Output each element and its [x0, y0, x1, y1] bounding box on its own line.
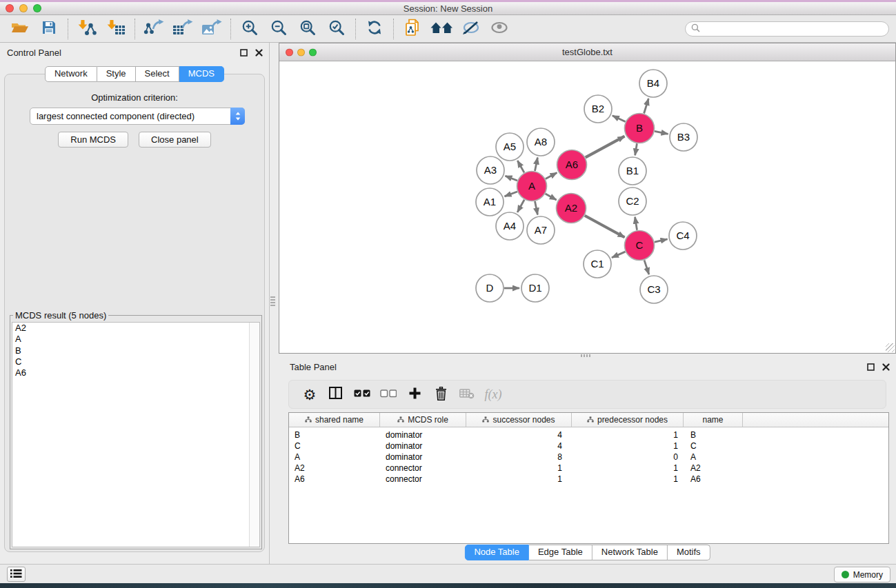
close-view-button[interactable] — [286, 48, 293, 56]
select-all-columns-button[interactable] — [353, 384, 371, 405]
close-window-button[interactable] — [6, 4, 14, 12]
deselect-all-columns-button[interactable] — [379, 384, 397, 405]
criterion-dropdown[interactable]: largest connected component (directed) — [30, 108, 245, 125]
edge-A-A3[interactable] — [505, 176, 517, 181]
edge-A6-B[interactable] — [586, 136, 625, 158]
network-canvas[interactable]: B4B2BB3A5A8A6B1A3AC2A1A2A4A7C4CC1DD1C3 — [279, 61, 895, 353]
tab-mcds[interactable]: MCDS — [179, 66, 224, 82]
column-header-shared-name[interactable]: shared name — [289, 413, 380, 427]
zoom-in-button[interactable] — [235, 17, 264, 41]
column-label: successor nodes — [492, 415, 555, 425]
search-field[interactable] — [685, 21, 889, 37]
import-network-button[interactable] — [72, 17, 101, 41]
edge-A-A8[interactable] — [535, 158, 537, 171]
edge-B-B1[interactable] — [635, 143, 637, 155]
close-panel-button[interactable] — [881, 362, 890, 372]
tab-edge-table[interactable]: Edge Table — [529, 545, 593, 560]
table-cell: dominator — [380, 440, 466, 452]
column-header-predecessor-nodes[interactable]: predecessor nodes — [572, 413, 684, 427]
mcds-result-item[interactable]: B — [12, 345, 259, 356]
home-layout-button[interactable] — [427, 17, 456, 41]
plus-icon — [408, 387, 421, 402]
table-cell: A — [684, 452, 743, 463]
zoom-window-button[interactable] — [33, 4, 41, 12]
mcds-result-item[interactable]: C — [12, 356, 259, 367]
tab-style[interactable]: Style — [97, 66, 136, 82]
mcds-result-item[interactable]: A — [12, 334, 259, 345]
titlebar[interactable]: Session: New Session — [0, 2, 896, 15]
node-label-D: D — [486, 282, 494, 294]
add-column-button[interactable] — [406, 384, 424, 405]
mcds-result-item[interactable]: A6 — [12, 367, 259, 378]
edge-C-C1[interactable] — [612, 252, 625, 258]
edge-A-A6[interactable] — [546, 173, 557, 179]
memory-button[interactable]: Memory — [834, 567, 890, 582]
scrollbar-track[interactable] — [249, 323, 259, 547]
tab-select[interactable]: Select — [136, 66, 179, 82]
gear-button[interactable]: ⚙ — [301, 384, 319, 405]
table-row[interactable]: A2connector11A2 — [289, 463, 888, 474]
tab-network-table[interactable]: Network Table — [593, 545, 668, 560]
tab-network[interactable]: Network — [45, 66, 97, 82]
column-view-button[interactable] — [327, 384, 345, 405]
column-header-name[interactable]: name — [684, 413, 743, 427]
edge-B-B4[interactable] — [644, 99, 649, 114]
status-bar: Memory — [0, 564, 896, 583]
edge-A-A4[interactable] — [517, 200, 524, 212]
zoom-selected-button[interactable] — [322, 17, 351, 41]
save-session-button[interactable] — [34, 17, 63, 41]
function-builder-button[interactable]: f(x) — [484, 384, 502, 405]
import-table-button[interactable] — [101, 17, 130, 41]
tab-motifs[interactable]: Motifs — [668, 545, 710, 560]
tab-node-table[interactable]: Node Table — [464, 545, 529, 560]
network-graph[interactable]: B4B2BB3A5A8A6B1A3AC2A1A2A4A7C4CC1DD1C3 — [279, 61, 895, 353]
zoom-fit-button[interactable] — [293, 17, 322, 41]
column-header-successor-nodes[interactable]: successor nodes — [466, 413, 572, 427]
column-header-mcds-role[interactable]: MCDS role — [380, 413, 466, 427]
edge-A2-C[interactable] — [585, 216, 625, 237]
home-icon — [430, 21, 453, 37]
open-session-button[interactable] — [6, 17, 34, 41]
table-row[interactable]: Bdominator41B — [289, 429, 888, 440]
export-network-button[interactable] — [139, 17, 168, 41]
edge-A-A1[interactable] — [505, 192, 517, 196]
table-row[interactable]: Cdominator41C — [289, 440, 888, 452]
zoom-selected-icon — [328, 19, 345, 38]
edge-B-B2[interactable] — [613, 116, 626, 122]
minimize-window-button[interactable] — [19, 4, 28, 12]
mcds-result-item[interactable]: A2 — [12, 323, 259, 334]
network-window-titlebar[interactable]: testGlobe.txt — [279, 43, 895, 61]
clone-network-button[interactable] — [398, 17, 427, 41]
resize-grip[interactable] — [886, 343, 895, 352]
edge-A-A5[interactable] — [517, 161, 524, 172]
float-panel-button[interactable] — [866, 362, 875, 372]
float-panel-button[interactable] — [239, 48, 248, 57]
delete-column-button[interactable] — [432, 384, 450, 405]
edge-C-C2[interactable] — [635, 217, 637, 230]
task-history-button[interactable] — [7, 567, 26, 582]
splitter-handle[interactable] — [270, 296, 275, 307]
minimize-view-button[interactable] — [297, 48, 305, 56]
search-input[interactable] — [700, 23, 883, 35]
hide-graphics-details-button[interactable] — [456, 17, 485, 41]
edge-A-A7[interactable] — [535, 201, 537, 214]
run-mcds-button[interactable]: Run MCDS — [58, 132, 128, 148]
close-panel-button-inner[interactable]: Close panel — [139, 132, 211, 148]
edge-A-A2[interactable] — [546, 194, 557, 200]
network-window-title: testGlobe.txt — [562, 47, 613, 57]
table-row[interactable]: A6connector11A6 — [289, 474, 888, 485]
edge-C-C3[interactable] — [644, 260, 649, 274]
export-table-button[interactable] — [168, 17, 197, 41]
table-cell: C — [684, 440, 743, 452]
table-row[interactable]: Adominator80A — [289, 452, 888, 463]
refresh-button[interactable] — [360, 17, 389, 41]
mcds-result-list[interactable]: A2ABCA6 — [12, 322, 260, 547]
zoom-view-button[interactable] — [309, 48, 317, 56]
edge-C-C4[interactable] — [655, 239, 668, 242]
zoom-out-button[interactable] — [264, 17, 293, 41]
close-panel-button[interactable] — [254, 48, 263, 57]
edge-B-B3[interactable] — [655, 131, 668, 134]
show-graphics-details-button[interactable] — [485, 17, 514, 41]
export-image-button[interactable] — [197, 17, 226, 41]
delete-table-button[interactable] — [458, 384, 476, 405]
